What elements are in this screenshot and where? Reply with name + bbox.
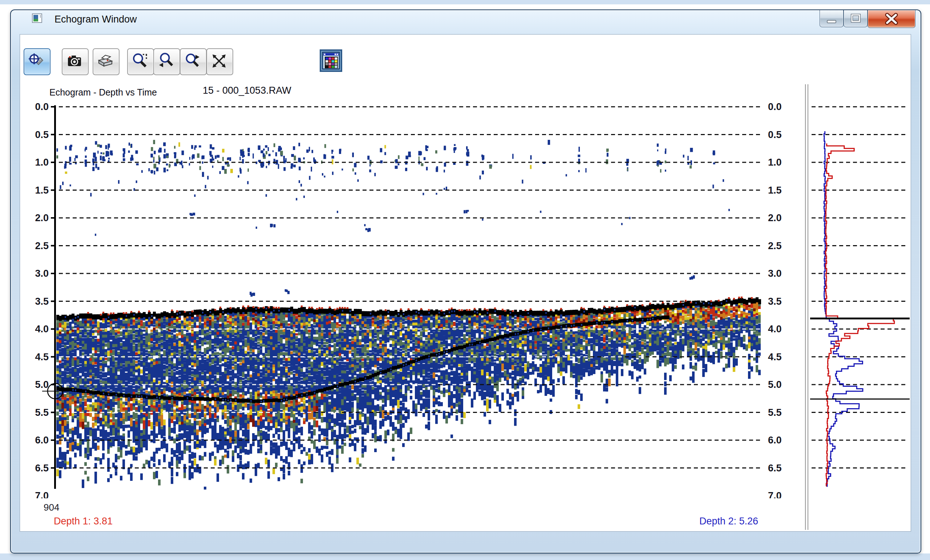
pointer-tool-button[interactable] — [24, 48, 51, 75]
axis-tick-label: 7.0 — [766, 490, 795, 498]
axis-tick-label: 1.0 — [766, 157, 795, 168]
axis-tick-label: 3.0 — [766, 268, 795, 279]
axis-tick-label: 1.0 — [25, 157, 50, 168]
close-icon — [868, 10, 915, 28]
color-palette-button[interactable] — [320, 49, 342, 72]
restore-icon — [844, 10, 867, 27]
axis-tick-label: 5.0 — [766, 379, 795, 391]
crosshair-cursor-icon — [42, 379, 69, 403]
zoom-previous-button[interactable] — [153, 48, 180, 75]
depth2-readout: Depth 2: 5.26 — [699, 516, 758, 527]
palette-window-icon — [320, 49, 342, 72]
axis-tick-label: 5.5 — [25, 407, 50, 418]
printer-icon — [97, 52, 114, 70]
axis-tick-label: 4.0 — [766, 323, 795, 335]
right-depth-axis: 0.00.51.01.52.02.53.03.54.04.55.05.56.06… — [766, 102, 795, 498]
snapshot-button[interactable] — [62, 48, 89, 75]
axis-tick-label: 2.5 — [766, 240, 795, 252]
desktop-strip — [0, 0, 930, 5]
title-bar[interactable] — [11, 10, 919, 34]
axis-tick-label: 6.0 — [25, 435, 50, 446]
magnifier-arrow-left-icon — [157, 52, 175, 70]
crosshair-magnifier-ruler-icon — [28, 52, 45, 70]
axis-tick-label: 7.0 — [25, 490, 50, 498]
axis-tick-label: 0.0 — [766, 102, 795, 112]
axis-tick-label: 2.0 — [25, 212, 50, 224]
axis-tick-label: 6.5 — [25, 463, 50, 474]
magnifier-arrow-right-icon — [184, 52, 201, 70]
fit-to-window-button[interactable] — [206, 48, 233, 75]
axis-tick-label: 3.5 — [766, 296, 795, 307]
print-button[interactable] — [92, 48, 120, 75]
close-button[interactable] — [867, 10, 916, 28]
zoom-next-button[interactable] — [180, 48, 207, 75]
axis-tick-label: 2.5 — [25, 240, 50, 252]
axis-tick-label: 0.5 — [25, 129, 50, 140]
panel-splitter[interactable] — [805, 84, 806, 530]
desktop-strip — [0, 554, 930, 560]
depth1-readout: Depth 1: 3.81 — [54, 516, 112, 527]
restore-button[interactable] — [844, 10, 867, 27]
axis-tick-label: 5.5 — [766, 407, 795, 418]
ping-number: 904 — [44, 502, 59, 513]
minimize-icon — [820, 10, 843, 27]
window-title: Echogram Window — [54, 14, 137, 25]
panel-splitter[interactable] — [808, 84, 808, 530]
axis-tick-label: 4.5 — [25, 352, 50, 363]
profile-panel-canvas[interactable] — [810, 102, 910, 489]
expand-arrows-icon — [210, 52, 228, 70]
axis-tick-label: 3.0 — [25, 268, 50, 279]
axis-tick-label: 1.5 — [766, 185, 795, 196]
axis-tick-label: 4.0 — [25, 323, 50, 335]
echogram-canvas[interactable] — [51, 102, 761, 489]
window-icon — [32, 13, 43, 24]
file-label: 15 - 000_1053.RAW — [203, 85, 291, 96]
axis-tick-label: 0.0 — [25, 102, 50, 112]
camera-icon — [66, 52, 83, 70]
axis-tick-label: 0.5 — [766, 129, 795, 140]
left-depth-axis: 0.00.51.01.52.02.53.03.54.04.55.05.56.06… — [25, 102, 50, 498]
axis-tick-label: 6.5 — [766, 463, 795, 474]
axis-tick-label: 1.5 — [25, 185, 50, 196]
axis-tick-label: 2.0 — [766, 212, 795, 224]
axis-tick-label: 4.5 — [766, 352, 795, 363]
minimize-button[interactable] — [819, 10, 844, 27]
plot-title: Echogram - Depth vs Time — [49, 87, 157, 98]
zoom-selection-button[interactable] — [127, 48, 154, 75]
axis-tick-label: 6.0 — [766, 435, 795, 446]
axis-tick-label: 3.5 — [25, 296, 50, 307]
magnifier-box-icon — [131, 52, 149, 70]
